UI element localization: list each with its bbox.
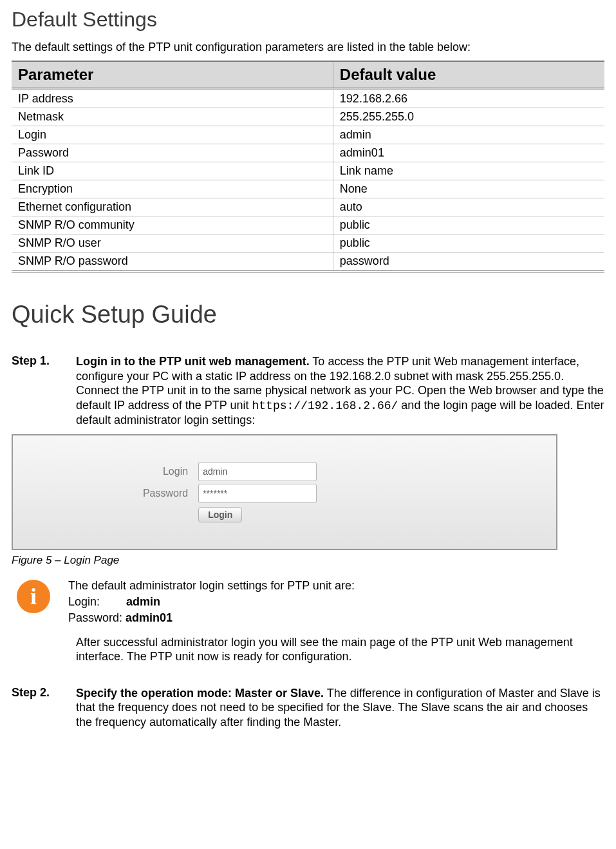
info-password-key: Password: [68,611,122,624]
step-1-label: Step 1. [12,354,76,428]
info-login-key: Login: [68,595,126,609]
login-input[interactable] [198,462,317,481]
step-1-lead: Login in to the PTP unit web management. [76,355,310,368]
info-after-paragraph: After successful administrator login you… [76,635,604,664]
table-row: SNMP R/O userpublic [12,234,604,253]
step-1: Step 1. Login in to the PTP unit web man… [12,354,604,428]
table-row: SNMP R/O passwordpassword [12,253,604,272]
info-login-value: admin [126,595,160,608]
table-row: Link IDLink name [12,162,604,180]
default-settings-intro: The default settings of the PTP unit con… [12,41,604,54]
table-header-default-value: Default value [333,61,604,89]
step-2-lead: Specify the operation mode: Master or Sl… [76,687,324,700]
login-button[interactable]: Login [198,507,242,522]
quick-setup-heading: Quick Setup Guide [12,301,604,329]
step-1-body: Login in to the PTP unit web management.… [76,354,604,428]
step-2: Step 2. Specify the operation mode: Mast… [12,686,604,730]
table-row: Netmask255.255.255.0 [12,108,604,126]
default-settings-table: Parameter Default value IP address192.16… [12,61,604,272]
table-row: Passwordadmin01 [12,144,604,162]
table-row: Loginadmin [12,126,604,144]
default-settings-heading: Default Settings [12,8,604,32]
table-row: IP address192.168.2.66 [12,89,604,108]
info-note: i The default administrator login settin… [12,578,604,626]
table-header-parameter: Parameter [12,61,333,89]
login-page-screenshot: Login Password Login [12,434,557,550]
step-2-body: Specify the operation mode: Master or Sl… [76,686,604,730]
login-field-label: Login [143,466,188,477]
info-line-1: The default administrator login settings… [68,578,604,593]
table-row: Ethernet configurationauto [12,198,604,216]
info-password-value: admin01 [126,611,173,624]
table-row: EncryptionNone [12,180,604,198]
figure-caption: Figure 5 – Login Page [12,554,604,567]
step-2-label: Step 2. [12,686,76,730]
step-1-url: https://192.168.2.66/ [252,399,398,412]
password-input[interactable] [198,484,317,503]
password-field-label: Password [143,488,188,499]
table-row: SNMP R/O communitypublic [12,216,604,234]
info-icon: i [17,580,50,613]
